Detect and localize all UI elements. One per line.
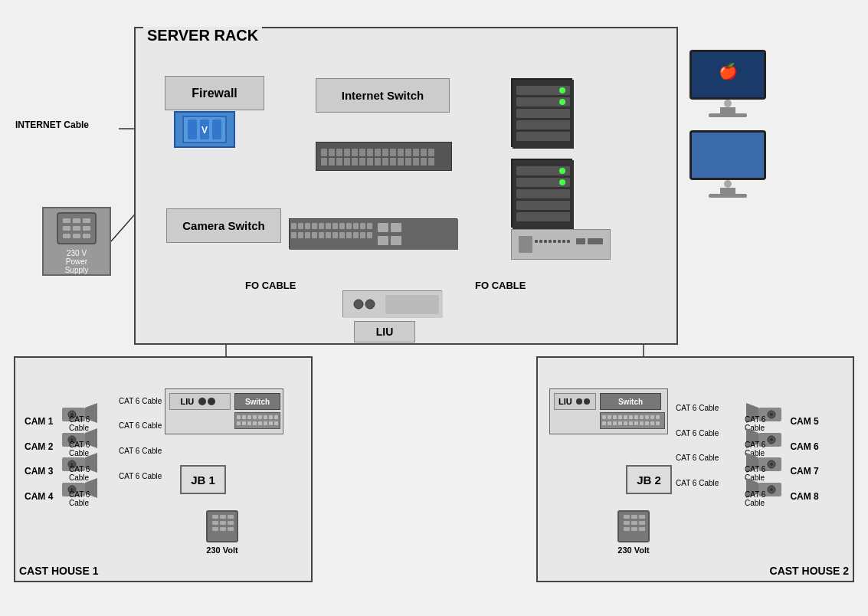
svg-rect-87 [319, 232, 324, 238]
cam4-label: CAM 4 [25, 491, 53, 502]
svg-point-196 [576, 398, 582, 405]
cam7-label: CAM 7 [790, 466, 818, 477]
svg-rect-149 [63, 234, 70, 238]
svg-rect-173 [228, 515, 234, 519]
svg-rect-40 [321, 149, 327, 156]
svg-rect-57 [336, 158, 342, 165]
svg-point-153 [208, 398, 215, 405]
fo-cable-label-right: FO CABLE [475, 280, 526, 291]
svg-rect-116 [519, 236, 532, 253]
svg-rect-78 [339, 223, 345, 229]
svg-rect-42 [336, 149, 342, 156]
svg-point-139 [724, 180, 732, 188]
svg-rect-74 [312, 223, 317, 229]
svg-rect-67 [413, 158, 419, 165]
svg-rect-64 [390, 158, 396, 165]
ch2-switch-device: Switch [600, 393, 661, 410]
dvr-device [511, 229, 611, 260]
svg-rect-213 [624, 421, 627, 425]
ch1-inner-box: LIU Switch [165, 388, 283, 434]
svg-rect-198 [602, 415, 606, 419]
svg-rect-103 [516, 120, 570, 129]
svg-rect-155 [242, 415, 246, 419]
svg-rect-89 [332, 232, 338, 238]
ch1-switch-ports [234, 412, 280, 429]
svg-rect-203 [629, 415, 633, 419]
ch1-cat6-4: CAT 6 Cable [119, 472, 162, 480]
svg-rect-202 [624, 415, 627, 419]
svg-rect-126 [588, 238, 603, 244]
svg-rect-157 [253, 415, 257, 419]
cast-house-2: CAST HOUSE 2 LIU Switch [536, 356, 854, 582]
camera-switch-label: Camera Switch [166, 208, 281, 243]
svg-rect-200 [613, 415, 617, 419]
svg-rect-141 [709, 194, 747, 198]
svg-rect-210 [608, 421, 611, 425]
svg-rect-66 [405, 158, 411, 165]
svg-rect-90 [339, 232, 345, 238]
svg-rect-85 [305, 232, 310, 238]
svg-rect-38 [212, 120, 221, 139]
svg-rect-199 [608, 415, 611, 419]
svg-rect-145 [83, 218, 90, 223]
ch1-power: 230 Volt [203, 507, 241, 555]
firewall-device: V [174, 111, 235, 148]
server-rack: SERVER RACK Firewall Internet Switch Cam… [134, 27, 678, 345]
svg-rect-97 [378, 236, 388, 245]
svg-rect-59 [352, 158, 358, 165]
svg-rect-164 [247, 421, 251, 425]
svg-rect-75 [319, 223, 324, 229]
svg-rect-54 [428, 149, 434, 156]
svg-rect-76 [326, 223, 331, 229]
svg-rect-221 [624, 515, 630, 519]
svg-rect-53 [421, 149, 427, 156]
ch2-cat6-4: CAT 6 Cable [676, 479, 719, 487]
svg-rect-121 [553, 240, 556, 243]
svg-point-113 [559, 168, 565, 174]
svg-point-133 [724, 100, 732, 107]
svg-rect-217 [645, 421, 649, 425]
internet-switch-label: Internet Switch [316, 78, 450, 113]
svg-rect-110 [516, 189, 570, 198]
cam8-label: CAM 8 [790, 491, 818, 502]
power-supply: 230 VPowerSupply [42, 207, 111, 276]
svg-rect-56 [329, 158, 335, 165]
server-tower-1 [511, 78, 572, 147]
fo-cable-label-left: FO CABLE [245, 280, 296, 291]
svg-rect-160 [269, 415, 273, 419]
camera-switch-device [289, 218, 457, 249]
svg-rect-47 [375, 149, 381, 156]
svg-rect-95 [378, 223, 388, 232]
diagram: SERVER RACK Firewall Internet Switch Cam… [0, 0, 868, 616]
svg-rect-154 [237, 415, 241, 419]
ch1-liu-device: LIU [169, 393, 231, 410]
svg-rect-178 [220, 527, 226, 531]
cam2-group: CAM 2 CAT 6 Cable [25, 427, 99, 453]
firewall-label: Firewall [165, 76, 264, 110]
svg-rect-93 [360, 232, 365, 238]
svg-rect-147 [73, 226, 80, 231]
svg-rect-226 [639, 521, 645, 525]
svg-rect-77 [332, 223, 338, 229]
svg-rect-45 [359, 149, 365, 156]
svg-rect-168 [269, 421, 273, 425]
svg-rect-134 [720, 107, 735, 113]
svg-rect-172 [220, 515, 226, 519]
svg-rect-150 [73, 234, 80, 238]
svg-rect-62 [375, 158, 381, 165]
svg-rect-229 [639, 527, 645, 531]
svg-rect-55 [321, 158, 327, 165]
liu-main-label: LIU [354, 321, 415, 342]
svg-rect-206 [645, 415, 649, 419]
svg-rect-49 [390, 149, 396, 156]
ch2-switch-ports [600, 412, 665, 429]
cam5-group: CAM 5 CAT 6 Cable [745, 401, 819, 428]
svg-rect-165 [253, 421, 257, 425]
ch1-cat6-3: CAT 6 Cable [119, 447, 162, 455]
svg-rect-135 [709, 113, 747, 117]
cam2-label: CAM 2 [25, 441, 53, 452]
svg-point-106 [559, 99, 565, 105]
ch2-cat6-2: CAT 6 Cable [676, 429, 719, 437]
monitor-2 [686, 126, 770, 206]
svg-rect-92 [353, 232, 359, 238]
